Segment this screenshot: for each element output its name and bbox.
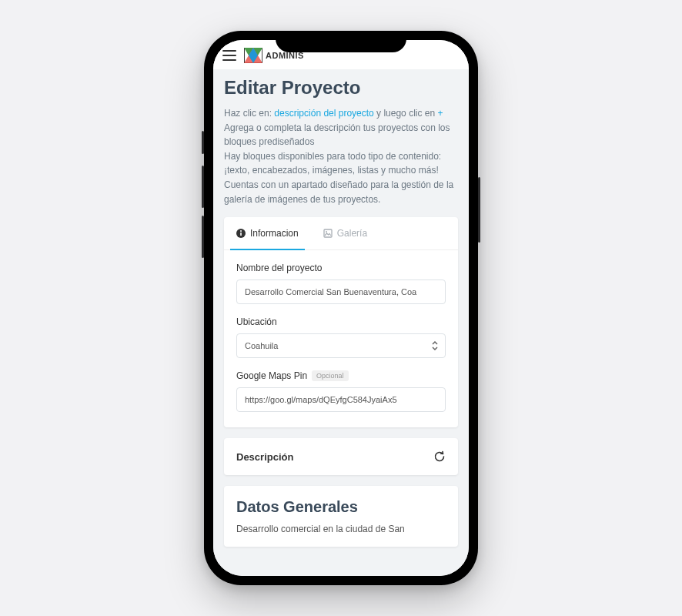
generales-card: Datos Generales Desarrollo comercial en … — [224, 486, 458, 547]
desc-link[interactable]: descripción del proyecto — [274, 108, 373, 119]
mapspin-label: Google Maps Pin Opcional — [236, 370, 446, 381]
phone-side-button — [202, 166, 204, 208]
location-select[interactable] — [236, 333, 446, 358]
phone-side-button — [478, 177, 480, 243]
plus-link[interactable]: + — [437, 108, 443, 119]
svg-rect-4 — [324, 229, 332, 237]
tab-information[interactable]: Informacion — [224, 217, 311, 249]
form-card: Informacion Galería Nombre del proyecto — [224, 217, 458, 427]
svg-rect-2 — [240, 233, 242, 236]
optional-badge: Opcional — [312, 370, 349, 381]
help-text: Haz clic en: descripción del proyecto y … — [224, 106, 458, 206]
project-name-label: Nombre del proyecto — [236, 263, 446, 273]
app-topbar: ADMINIS — [213, 40, 469, 69]
description-title: Descripción — [236, 451, 293, 463]
phone-side-button — [202, 131, 204, 154]
logo-icon — [244, 48, 262, 63]
svg-point-3 — [240, 230, 242, 232]
tabs: Informacion Galería — [224, 217, 458, 250]
refresh-icon[interactable] — [433, 450, 446, 463]
main-content: Editar Proyecto Haz clic en: descripción… — [213, 69, 469, 576]
menu-button[interactable] — [222, 50, 236, 61]
generales-title: Datos Generales — [236, 498, 446, 516]
location-label: Ubicación — [236, 316, 446, 327]
svg-point-5 — [326, 231, 327, 233]
generales-text: Desarrollo comercial en la ciudad de San — [236, 524, 446, 534]
gallery-icon — [323, 229, 333, 238]
page-title: Editar Proyecto — [224, 77, 458, 99]
tab-label: Galería — [337, 228, 367, 239]
phone-screen: ADMINIS Editar Proyecto Haz clic en: des… — [213, 40, 469, 576]
brand-logo[interactable]: ADMINIS — [244, 48, 304, 63]
tab-gallery[interactable]: Galería — [311, 217, 379, 249]
info-icon — [236, 229, 246, 238]
project-name-input[interactable] — [236, 280, 446, 304]
brand-name: ADMINIS — [266, 51, 304, 60]
tab-label: Informacion — [250, 228, 299, 239]
phone-side-button — [202, 216, 204, 258]
mapspin-input[interactable] — [236, 387, 446, 412]
description-card: Descripción — [224, 438, 458, 475]
phone-frame: ADMINIS Editar Proyecto Haz clic en: des… — [204, 31, 478, 585]
